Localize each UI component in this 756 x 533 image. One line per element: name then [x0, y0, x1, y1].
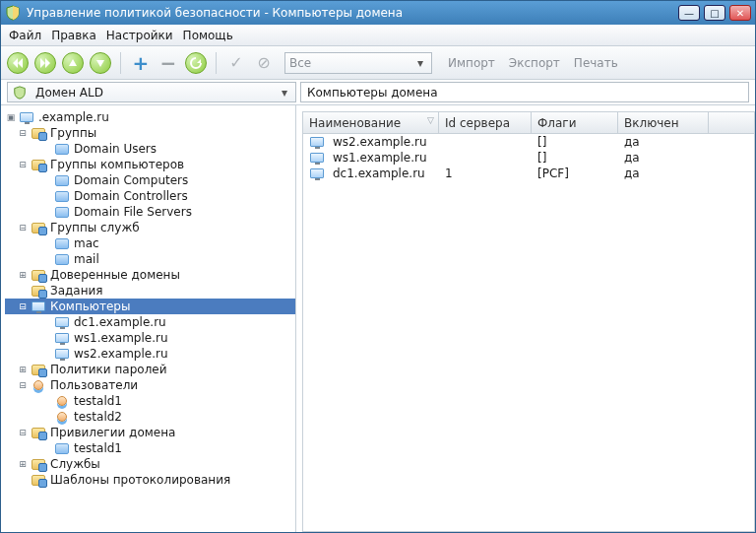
shield-icon — [12, 86, 28, 100]
tree-ws2[interactable]: ws2.example.ru — [5, 346, 295, 362]
chevron-down-icon: ▾ — [413, 56, 427, 70]
remove-button[interactable]: − — [158, 52, 179, 74]
close-button[interactable]: ✕ — [729, 5, 751, 21]
minimize-button[interactable]: — — [678, 5, 700, 21]
tree-testald1[interactable]: testald1 — [5, 393, 295, 409]
tree-dc1[interactable]: dc1.example.ru — [5, 314, 295, 330]
data-grid: Наименование▽ Id сервера Флаги Включен w… — [302, 111, 755, 532]
maximize-button[interactable]: □ — [704, 5, 725, 21]
breadcrumb-text: Компьютеры домена — [307, 86, 438, 100]
menubar: Файл Правка Настройки Помощь — [1, 25, 755, 46]
tree-domain-file-servers[interactable]: Domain File Servers — [5, 204, 295, 220]
export-link[interactable]: Экспорт — [509, 56, 560, 70]
tree-audit-templates[interactable]: Шаблоны протоколирования — [5, 472, 295, 488]
separator — [216, 52, 217, 74]
host-icon — [309, 151, 325, 165]
nav-up-button[interactable] — [62, 52, 84, 74]
filter-combo-value: Все — [289, 56, 311, 70]
tree-computer-groups[interactable]: ⊟Группы компьютеров — [5, 157, 295, 172]
tree-computers[interactable]: ⊟Компьютеры — [5, 299, 295, 314]
print-link[interactable]: Печать — [574, 56, 618, 70]
filter-combo[interactable]: Все ▾ — [284, 52, 432, 74]
window-title: Управление политикой безопасности - Комп… — [27, 6, 403, 20]
nav-first-button[interactable] — [7, 52, 29, 74]
table-row[interactable]: ws1.example.ru [] да — [303, 150, 754, 166]
tree-groups[interactable]: ⊟Группы — [5, 125, 295, 141]
tree-password-policies[interactable]: ⊞Политики паролей — [5, 362, 295, 377]
host-icon — [309, 167, 325, 180]
tree-service-groups[interactable]: ⊟Группы служб — [5, 220, 295, 235]
tree-priv-testald1[interactable]: testald1 — [5, 440, 295, 456]
content-panel: Наименование▽ Id сервера Флаги Включен w… — [296, 105, 755, 532]
menu-settings[interactable]: Настройки — [106, 29, 173, 42]
tree-domain-users[interactable]: Domain Users — [5, 141, 295, 157]
col-name[interactable]: Наименование▽ — [303, 112, 439, 133]
tree-ws1[interactable]: ws1.example.ru — [5, 330, 295, 346]
tree-root[interactable]: ▣.example.ru — [5, 109, 295, 125]
tree-trusted-domains[interactable]: ⊞Доверенные домены — [5, 267, 295, 283]
tree-users[interactable]: ⊟Пользователи — [5, 377, 295, 393]
titlebar: Управление политикой безопасности - Комп… — [1, 1, 755, 25]
menu-help[interactable]: Помощь — [183, 29, 233, 42]
nav-last-button[interactable] — [34, 52, 56, 74]
refresh-button[interactable] — [185, 52, 207, 74]
apply-button[interactable]: ✓ — [225, 52, 247, 74]
tree-domain-computers[interactable]: Domain Computers — [5, 172, 295, 188]
tree-services[interactable]: ⊞Службы — [5, 456, 295, 472]
col-flags[interactable]: Флаги — [532, 112, 618, 133]
tree-domain-controllers[interactable]: Domain Controllers — [5, 188, 295, 204]
menu-file[interactable]: Файл — [9, 29, 41, 42]
tree-domain-privileges[interactable]: ⊟Привилегии домена — [5, 425, 295, 440]
tree-panel: ▣.example.ru ⊟Группы Domain Users ⊟Групп… — [1, 105, 296, 532]
body: ▣.example.ru ⊟Группы Domain Users ⊟Групп… — [1, 105, 755, 532]
tree-mac[interactable]: mac — [5, 235, 295, 251]
sort-icon: ▽ — [427, 115, 434, 125]
table-row[interactable]: ws2.example.ru [] да — [303, 134, 754, 150]
table-row[interactable]: dc1.example.ru 1 [PCF] да — [303, 166, 754, 181]
grid-header: Наименование▽ Id сервера Флаги Включен — [303, 112, 754, 134]
col-enabled[interactable]: Включен — [618, 112, 709, 133]
app-window: Управление политикой безопасности - Комп… — [0, 0, 756, 533]
separator — [120, 52, 121, 74]
cancel-button[interactable]: ⊘ — [253, 52, 275, 74]
tree-tasks[interactable]: Задания — [5, 283, 295, 299]
toolbar: + − ✓ ⊘ Все ▾ Импорт Экспорт Печать — [1, 46, 755, 80]
chevron-down-icon: ▾ — [278, 86, 291, 100]
tree-testald2[interactable]: testald2 — [5, 409, 295, 425]
nav-down-button[interactable] — [90, 52, 111, 74]
menu-edit[interactable]: Правка — [51, 29, 96, 42]
domain-combo-value: Домен ALD — [35, 86, 103, 100]
host-icon — [309, 135, 325, 149]
import-link[interactable]: Импорт — [448, 56, 495, 70]
add-button[interactable]: + — [130, 52, 152, 74]
grid-body: ws2.example.ru [] да ws1.example.ru [] д… — [303, 134, 754, 531]
breadcrumb[interactable]: Компьютеры домена — [300, 82, 749, 102]
domain-row: Домен ALD ▾ Компьютеры домена — [1, 80, 755, 105]
domain-combo[interactable]: Домен ALD ▾ — [7, 82, 296, 102]
shield-icon — [5, 5, 21, 21]
col-server-id[interactable]: Id сервера — [439, 112, 532, 133]
tree-mail[interactable]: mail — [5, 251, 295, 267]
